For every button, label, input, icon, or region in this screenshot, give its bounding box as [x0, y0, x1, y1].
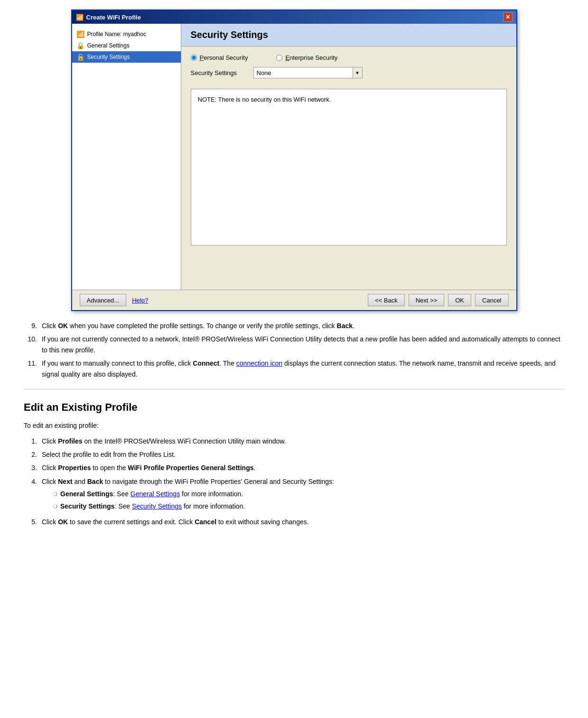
list-item: 2. Select the profile to edit from the P… — [24, 449, 564, 460]
sidebar-item-profile-name[interactable]: 📶 Profile Name: myadhoc — [72, 28, 181, 40]
section-divider — [24, 389, 564, 389]
item-text: Click OK when you have completed the pro… — [42, 321, 564, 331]
list-item: 10. If you are not currently connected t… — [24, 334, 564, 355]
item-number: 11. — [24, 358, 37, 379]
close-button[interactable]: ✕ — [503, 12, 513, 22]
list-item: 11. If you want to manually connect to t… — [24, 358, 564, 379]
dialog-body: 📶 Profile Name: myadhoc 🔒 General Settin… — [72, 24, 516, 290]
enterprise-security-option[interactable]: Enterprise Security — [276, 54, 337, 61]
note-box: NOTE: There is no security on this WiFi … — [191, 89, 507, 246]
item-text: Click Next and Back to navigate through … — [42, 476, 564, 514]
security-settings-field-label: Security Settings — [191, 69, 248, 76]
personal-security-radio[interactable] — [191, 55, 197, 61]
list-item: 3. Click Properties to open the WiFi Pro… — [24, 463, 564, 473]
sidebar-general-settings-label: General Settings — [87, 42, 130, 49]
sub-list-item: ❍ General Settings: See General Settings… — [53, 489, 564, 499]
security-type-row: Personal Security Enterprise Security — [191, 54, 507, 61]
enterprise-security-radio[interactable] — [276, 55, 282, 61]
edit-steps-list: 1. Click Profiles on the Intel® PROSet/W… — [24, 436, 564, 528]
dropdown-arrow-icon[interactable]: ▼ — [353, 67, 362, 78]
item-number: 5. — [24, 517, 37, 527]
item-number: 2. — [24, 449, 37, 460]
item-text: If you want to manually connect to this … — [42, 358, 564, 379]
dropdown-value: None — [254, 69, 353, 76]
sub-item-text: Security Settings: See Security Settings… — [60, 501, 245, 511]
item-number: 10. — [24, 334, 37, 355]
footer-left-area: Advanced... Help? — [80, 294, 149, 306]
item-text: Click Properties to open the WiFi Profil… — [42, 463, 564, 473]
ok-button[interactable]: OK — [448, 294, 471, 306]
dialog-title: Create WiFi Profile — [86, 14, 141, 21]
list-item: 9. Click OK when you have completed the … — [24, 321, 564, 331]
security-settings-icon: 🔒 — [77, 53, 84, 61]
footer-right-area: << Back Next >> OK Cancel — [368, 294, 509, 306]
dialog-footer: Advanced... Help? << Back Next >> OK Can… — [72, 290, 516, 310]
instructions-list: 9. Click OK when you have completed the … — [24, 321, 564, 379]
profile-name-icon: 📶 — [77, 30, 84, 38]
item-text: Click Profiles on the Intel® PROSet/Wire… — [42, 436, 564, 446]
dialog-titlebar: 📶 Create WiFi Profile ✕ — [72, 10, 516, 24]
security-settings-dropdown[interactable]: None ▼ — [253, 67, 363, 78]
list-item: 5. Click OK to save the current settings… — [24, 517, 564, 527]
panel-content: Personal Security Enterprise Security Se… — [181, 47, 516, 290]
back-button[interactable]: << Back — [368, 294, 405, 306]
advanced-button[interactable]: Advanced... — [80, 294, 127, 306]
item-text: If you are not currently connected to a … — [42, 334, 564, 355]
sidebar-item-security-settings[interactable]: 🔒 Security Settings — [72, 51, 181, 63]
bullet-icon: ❍ — [53, 491, 57, 499]
next-button[interactable]: Next >> — [409, 294, 445, 306]
sidebar-item-general-settings[interactable]: 🔒 General Settings — [72, 40, 181, 51]
list-item: 1. Click Profiles on the Intel® PROSet/W… — [24, 436, 564, 446]
personal-security-option[interactable]: Personal Security — [191, 54, 248, 61]
wifi-title-icon: 📶 — [76, 14, 84, 21]
panel-header: Security Settings — [181, 24, 516, 47]
item-text: Click OK to save the current settings an… — [42, 517, 564, 527]
note-text: NOTE: There is no security on this WiFi … — [198, 96, 331, 103]
dialog-title-area: 📶 Create WiFi Profile — [76, 14, 141, 21]
dialog-right-panel: Security Settings Personal Security Ente… — [181, 24, 516, 290]
edit-section-intro: To edit an existing profile: — [24, 420, 564, 431]
cancel-button[interactable]: Cancel — [475, 294, 508, 306]
item-number: 9. — [24, 321, 37, 331]
enterprise-security-label: Enterprise Security — [285, 54, 337, 61]
edit-section-heading: Edit an Existing Profile — [24, 399, 564, 416]
sub-list-item: ❍ Security Settings: See Security Settin… — [53, 501, 564, 511]
sub-item-text: General Settings: See General Settings f… — [60, 489, 243, 499]
general-settings-link[interactable]: General Settings — [131, 490, 180, 498]
sub-list: ❍ General Settings: See General Settings… — [53, 489, 564, 512]
bullet-icon: ❍ — [53, 503, 57, 511]
security-settings-link[interactable]: Security Settings — [132, 502, 182, 510]
help-link[interactable]: Help? — [132, 297, 148, 304]
item-text: Select the profile to edit from the Prof… — [42, 449, 564, 460]
item-number: 3. — [24, 463, 37, 473]
sidebar-security-settings-label: Security Settings — [87, 54, 130, 60]
list-item: 4. Click Next and Back to navigate throu… — [24, 476, 564, 514]
dialog-sidebar: 📶 Profile Name: myadhoc 🔒 General Settin… — [72, 24, 181, 290]
general-settings-icon: 🔒 — [77, 42, 84, 49]
item-number: 1. — [24, 436, 37, 446]
item-number: 4. — [24, 476, 37, 514]
main-content: 9. Click OK when you have completed the … — [14, 321, 574, 527]
personal-security-label: Personal Security — [200, 54, 248, 61]
connection-icon-link[interactable]: connection icon — [236, 359, 282, 367]
sidebar-profile-name-label: Profile Name: myadhoc — [87, 31, 147, 38]
security-settings-row: Security Settings None ▼ — [191, 67, 507, 78]
edit-profile-section: Edit an Existing Profile To edit an exis… — [24, 399, 564, 527]
create-wifi-profile-dialog: 📶 Create WiFi Profile ✕ 📶 Profile Name: … — [71, 9, 517, 311]
